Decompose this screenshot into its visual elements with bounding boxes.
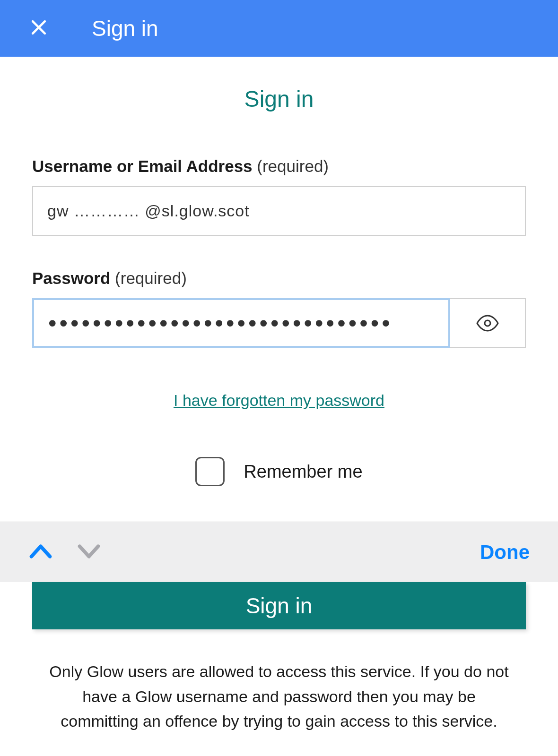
password-label: Password (required) bbox=[32, 269, 526, 288]
remember-me-label: Remember me bbox=[244, 462, 362, 482]
username-required-text: (required) bbox=[253, 157, 329, 175]
chevron-down-icon bbox=[77, 543, 101, 560]
eye-icon bbox=[476, 312, 499, 335]
forgot-password-link[interactable]: I have forgotten my password bbox=[32, 391, 526, 410]
keyboard-prev-field-button[interactable] bbox=[28, 543, 53, 562]
chevron-up-icon bbox=[28, 543, 53, 560]
keyboard-nav-arrows bbox=[28, 543, 101, 562]
username-label-text: Username or Email Address bbox=[32, 157, 253, 175]
remember-me-container: Remember me bbox=[32, 457, 526, 486]
password-label-text: Password bbox=[32, 269, 110, 287]
username-group: Username or Email Address (required) bbox=[32, 157, 526, 236]
close-icon[interactable] bbox=[28, 17, 49, 40]
signin-form: Username or Email Address (required) Pas… bbox=[0, 157, 558, 486]
top-bar-title: Sign in bbox=[92, 16, 158, 41]
password-required-text: (required) bbox=[110, 269, 186, 287]
disclaimer-text: Only Glow users are allowed to access th… bbox=[43, 659, 515, 734]
password-input[interactable] bbox=[32, 298, 450, 348]
page-title: Sign in bbox=[0, 86, 558, 112]
remember-me-checkbox[interactable] bbox=[195, 457, 225, 486]
keyboard-done-button[interactable]: Done bbox=[480, 541, 530, 564]
keyboard-accessory-bar: Done bbox=[0, 522, 558, 582]
svg-point-2 bbox=[485, 320, 490, 326]
signin-button[interactable]: Sign in bbox=[32, 582, 526, 629]
keyboard-next-field-button[interactable] bbox=[77, 543, 101, 562]
username-label: Username or Email Address (required) bbox=[32, 157, 526, 176]
top-bar: Sign in bbox=[0, 0, 558, 57]
username-input[interactable] bbox=[32, 186, 526, 236]
toggle-password-visibility-button[interactable] bbox=[450, 298, 526, 348]
password-input-wrapper bbox=[32, 298, 526, 348]
password-group: Password (required) bbox=[32, 269, 526, 348]
